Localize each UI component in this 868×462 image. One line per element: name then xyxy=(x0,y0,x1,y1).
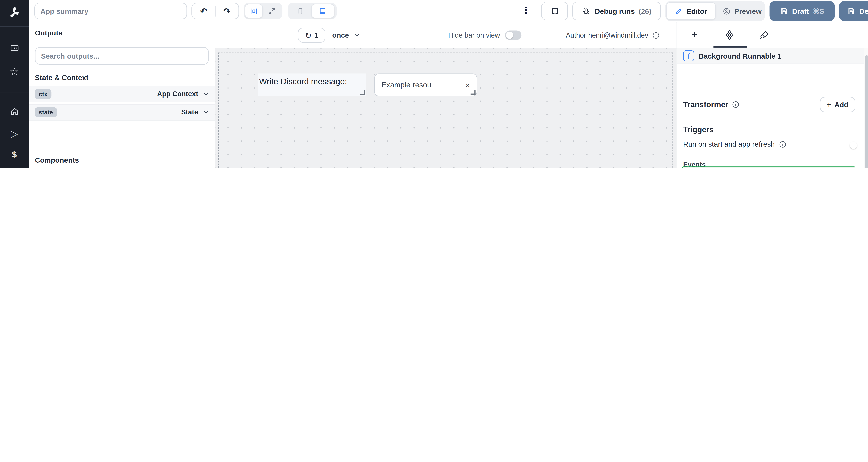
hide-bar-label: Hide bar on view xyxy=(448,31,500,39)
deploy-button[interactable]: Deploy xyxy=(839,1,868,21)
info-icon[interactable] xyxy=(652,31,660,39)
canvas-resource-select[interactable]: Example resou... × xyxy=(374,73,477,96)
search-outputs-input[interactable] xyxy=(35,47,209,65)
selected-runnable-header: f Background Runnable 1 xyxy=(677,48,863,64)
runs-icon[interactable]: ▷ xyxy=(0,127,29,139)
text-component-value: Write Discord message: xyxy=(258,73,367,86)
deploy-label: Deploy xyxy=(859,7,868,15)
ctx-row[interactable]: ctx App Context xyxy=(29,86,215,102)
favorites-star-icon[interactable]: ☆ xyxy=(0,65,29,77)
resize-handle[interactable] xyxy=(361,90,366,95)
triggers-title: Triggers xyxy=(683,125,714,134)
refresh-icon: ↻ xyxy=(305,31,311,39)
state-label: State xyxy=(181,108,198,116)
function-icon: f xyxy=(683,51,694,61)
centered-layout-button[interactable] xyxy=(245,4,263,18)
add-label: Add xyxy=(834,100,848,109)
canvas-toolbar: ↻ 1 once Hide bar on view Author henri@w… xyxy=(215,22,677,48)
tab-add-component[interactable]: + xyxy=(684,22,706,47)
windmill-logo[interactable] xyxy=(0,5,29,21)
ctx-badge: ctx xyxy=(35,89,52,99)
outputs-panel: Outputs State & Context ctx App Context … xyxy=(29,22,215,168)
select-value: Example resou... xyxy=(381,81,437,89)
selected-runnable-name: Background Runnable 1 xyxy=(699,52,781,60)
right-panel: + f Background Runnable 1 Transformer + … xyxy=(677,22,868,168)
tab-component-settings[interactable] xyxy=(718,22,741,47)
ctx-label: App Context xyxy=(157,90,198,98)
topbar: ↶ ↷ ⋮ Debug runs (26) xyxy=(29,0,868,23)
chevron-down-icon xyxy=(353,32,361,39)
transformer-title: Transformer xyxy=(683,100,728,109)
draft-shortcut: ⌘S xyxy=(813,7,824,15)
debug-runs-button[interactable]: Debug runs (26) xyxy=(572,2,661,21)
device-toggle-group xyxy=(288,3,337,20)
chevron-down-icon[interactable] xyxy=(203,109,209,116)
info-icon[interactable] xyxy=(779,140,786,148)
info-icon[interactable] xyxy=(732,101,739,108)
kebab-menu[interactable]: ⋮ xyxy=(521,5,530,15)
docs-button[interactable] xyxy=(541,2,568,21)
author-label: Author henri@windmill.dev xyxy=(566,31,648,39)
active-tab-underline xyxy=(713,46,747,47)
state-badge: state xyxy=(35,107,57,117)
transformer-header: Transformer xyxy=(683,100,739,109)
run-on-start-row: Run on start and app refresh xyxy=(683,140,786,148)
variables-icon[interactable]: $ xyxy=(0,149,29,161)
clear-select-icon[interactable]: × xyxy=(465,80,470,90)
refresh-count: 1 xyxy=(314,31,318,39)
scrollbar-track xyxy=(864,48,868,168)
tab-preview-label: Preview xyxy=(734,7,762,15)
tab-editor-label: Editor xyxy=(686,7,707,15)
undo-redo-group: ↶ ↷ xyxy=(191,3,239,20)
scrollbar-thumb[interactable] xyxy=(865,56,868,168)
app-summary-input[interactable] xyxy=(34,3,187,20)
chevron-down-icon[interactable] xyxy=(203,91,209,97)
undo-button[interactable]: ↶ xyxy=(192,6,215,16)
mode-value: once xyxy=(332,31,349,39)
layout-toggle-group xyxy=(244,3,282,20)
values-watched-box: Values watched b.result × + Add dependen… xyxy=(682,166,855,168)
resize-handle[interactable] xyxy=(471,90,475,95)
hide-bar-control: Hide bar on view xyxy=(448,28,521,42)
mobile-view-button[interactable] xyxy=(289,4,311,18)
state-context-title: State & Context xyxy=(35,73,89,82)
tab-preview[interactable]: Preview xyxy=(715,3,768,20)
debug-runs-count: (26) xyxy=(639,7,651,15)
canvas-text-component[interactable]: Write Discord message: xyxy=(258,73,367,96)
state-row[interactable]: state State xyxy=(29,104,215,121)
tab-editor[interactable]: Editor xyxy=(666,2,715,20)
app-canvas[interactable]: Write Discord message: Example resou... … xyxy=(215,48,677,168)
home-icon[interactable] xyxy=(0,105,29,117)
draft-label: Draft xyxy=(792,7,809,15)
components-title: Components xyxy=(35,156,79,164)
author-info: Author henri@windmill.dev xyxy=(566,28,660,42)
app-grid-region xyxy=(218,53,673,168)
mode-dropdown[interactable]: once xyxy=(332,28,361,42)
editor-preview-toggle: Editor Preview xyxy=(665,1,765,21)
windmill-app-editor: ☆ ▷ $ ⚙ → ↶ xyxy=(0,0,868,168)
debug-runs-label: Debug runs xyxy=(595,7,635,15)
run-on-start-label: Run on start and app refresh xyxy=(683,140,775,148)
hide-bar-toggle[interactable] xyxy=(505,31,522,40)
left-nav-rail: ☆ ▷ $ ⚙ → xyxy=(0,0,29,168)
fullscreen-layout-button[interactable] xyxy=(263,4,280,18)
refresh-count-button[interactable]: ↻ 1 xyxy=(298,28,326,42)
apps-icon[interactable] xyxy=(0,42,29,54)
tab-styling-brush[interactable] xyxy=(753,22,776,47)
outputs-title: Outputs xyxy=(35,29,62,37)
add-transformer-button[interactable]: + Add xyxy=(820,97,855,112)
draft-button[interactable]: Draft ⌘S xyxy=(770,1,835,21)
redo-button[interactable]: ↷ xyxy=(215,6,239,16)
desktop-view-button[interactable] xyxy=(311,4,334,18)
